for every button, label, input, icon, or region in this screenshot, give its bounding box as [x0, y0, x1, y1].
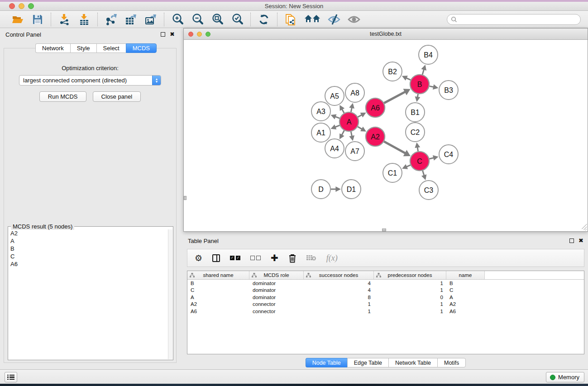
- graph-node-B[interactable]: B: [410, 75, 429, 94]
- copy-network-button[interactable]: [284, 13, 297, 26]
- task-history-button[interactable]: [5, 372, 17, 382]
- zoom-in-button[interactable]: [171, 13, 184, 26]
- table-cell: 4: [304, 287, 374, 293]
- show-graphics-button[interactable]: [347, 13, 361, 26]
- mcds-result-list[interactable]: A2ABCA6: [9, 229, 168, 359]
- graph-node-A4[interactable]: A4: [325, 139, 344, 158]
- export-image-button[interactable]: [144, 13, 158, 26]
- import-table-button[interactable]: [77, 13, 91, 26]
- graph-node-A3[interactable]: A3: [311, 102, 330, 121]
- graph-node-B1[interactable]: B1: [406, 103, 425, 122]
- close-network-button[interactable]: [188, 32, 193, 37]
- import-network-button[interactable]: [57, 13, 71, 26]
- table-row[interactable]: Adominator80A: [187, 294, 584, 301]
- column-header-predecessor-nodes[interactable]: predecessor nodes: [374, 271, 446, 279]
- zoom-window-button[interactable]: [28, 3, 34, 9]
- column-header-MCDS-role[interactable]: MCDS role: [249, 271, 304, 279]
- table-row[interactable]: Cdominator41C: [187, 287, 584, 294]
- close-panel-button[interactable]: Close panel: [93, 91, 141, 102]
- delete-table-button[interactable]: [306, 255, 316, 261]
- graph-node-A[interactable]: A: [339, 112, 359, 131]
- table-cell: A: [446, 295, 485, 300]
- home-icon: [304, 14, 320, 25]
- show-columns-button[interactable]: [212, 254, 220, 262]
- table-cell: 1: [374, 281, 446, 286]
- table-row[interactable]: Bdominator41B: [187, 280, 584, 287]
- open-session-button[interactable]: [11, 13, 24, 26]
- minimize-network-button[interactable]: [197, 32, 202, 37]
- graph-node-C2[interactable]: C2: [406, 123, 425, 142]
- graph-node-B2[interactable]: B2: [383, 62, 402, 81]
- close-panel-icon[interactable]: ✖: [170, 32, 175, 37]
- column-header-successor-nodes[interactable]: successor nodes: [304, 271, 374, 279]
- column-header-name[interactable]: name: [446, 271, 485, 279]
- export-table-button[interactable]: [124, 13, 138, 26]
- graph-node-B4[interactable]: B4: [419, 45, 438, 64]
- table-row[interactable]: A2connector11A2: [187, 301, 584, 308]
- result-item[interactable]: B: [9, 245, 168, 253]
- graph-edge[interactable]: [384, 91, 406, 103]
- canvas-bottom-handle[interactable]: [382, 229, 386, 231]
- zoom-out-button[interactable]: [191, 13, 204, 26]
- function-builder-button[interactable]: f(x): [326, 253, 338, 263]
- graph-node-A6[interactable]: A6: [366, 98, 385, 117]
- result-item[interactable]: A6: [9, 260, 168, 268]
- table-settings-button[interactable]: ⚙: [195, 254, 202, 262]
- float-panel-icon[interactable]: [161, 32, 165, 37]
- search-field[interactable]: [447, 14, 581, 25]
- table-row[interactable]: A6connector11A6: [187, 308, 584, 315]
- graph-node-D1[interactable]: D1: [342, 180, 361, 199]
- graph-edge[interactable]: [384, 142, 406, 153]
- home-button[interactable]: [304, 13, 321, 26]
- graph-node-A8[interactable]: A8: [345, 83, 364, 102]
- tab-edge-table[interactable]: Edge Table: [347, 358, 388, 367]
- memory-button[interactable]: Memory: [546, 372, 584, 382]
- graph-node-A7[interactable]: A7: [345, 142, 364, 161]
- result-item[interactable]: A: [9, 237, 168, 245]
- zoom-network-button[interactable]: [206, 32, 210, 37]
- app-titlebar: Session: New Session: [0, 2, 588, 11]
- deselect-all-button[interactable]: [250, 256, 261, 260]
- zoom-fit-button[interactable]: [210, 13, 224, 26]
- tab-network-table[interactable]: Network Table: [388, 358, 437, 367]
- graph-node-D[interactable]: D: [311, 180, 330, 199]
- tab-node-table[interactable]: Node Table: [306, 358, 347, 367]
- minimize-window-button[interactable]: [19, 3, 24, 9]
- refresh-button[interactable]: [257, 13, 271, 26]
- save-session-button[interactable]: [31, 13, 44, 26]
- add-column-button[interactable]: ✚: [271, 253, 278, 262]
- window-resize-grip[interactable]: [581, 224, 587, 230]
- graph-node-A5[interactable]: A5: [325, 86, 344, 105]
- export-network-button[interactable]: [104, 13, 118, 26]
- tab-motifs[interactable]: Motifs: [437, 358, 466, 367]
- tab-select[interactable]: Select: [96, 43, 126, 53]
- hide-graphics-button[interactable]: [327, 13, 341, 26]
- graph-node-B3[interactable]: B3: [439, 81, 458, 100]
- run-mcds-button[interactable]: Run MCDS: [39, 91, 86, 102]
- canvas-left-handle[interactable]: [184, 196, 186, 200]
- column-header-shared-name[interactable]: shared name: [187, 271, 249, 279]
- search-input[interactable]: [457, 16, 577, 23]
- zoom-selected-button[interactable]: [230, 13, 244, 26]
- graph-node-C3[interactable]: C3: [419, 181, 438, 200]
- table-cell: B: [446, 281, 485, 286]
- close-table-panel-icon[interactable]: ✖: [578, 238, 583, 243]
- tab-network[interactable]: Network: [35, 43, 70, 53]
- network-canvas[interactable]: B4B2BB3A8A5A6A3B1AA1C2A2A4A7C4CC1C3DD1: [184, 40, 588, 231]
- optimization-criterion-select[interactable]: largest connected component (directed) ▲…: [19, 75, 161, 86]
- tab-mcds[interactable]: MCDS: [126, 43, 157, 53]
- graph-node-C[interactable]: C: [410, 152, 429, 171]
- graph-node-C1[interactable]: C1: [383, 163, 402, 182]
- graph-node-C4[interactable]: C4: [439, 145, 458, 164]
- delete-column-button[interactable]: [288, 253, 296, 263]
- result-item[interactable]: A2: [9, 229, 168, 237]
- close-window-button[interactable]: [9, 3, 15, 9]
- network-window-titlebar[interactable]: testGlobe.txt: [184, 29, 588, 40]
- graph-node-A2[interactable]: A2: [366, 127, 385, 146]
- float-table-panel-icon[interactable]: [569, 238, 574, 243]
- result-item[interactable]: C: [9, 253, 168, 260]
- result-scrollbar[interactable]: [168, 229, 172, 359]
- graph-node-A1[interactable]: A1: [311, 123, 330, 142]
- select-all-button[interactable]: ✓ ✓: [230, 256, 240, 260]
- tab-style[interactable]: Style: [70, 43, 96, 53]
